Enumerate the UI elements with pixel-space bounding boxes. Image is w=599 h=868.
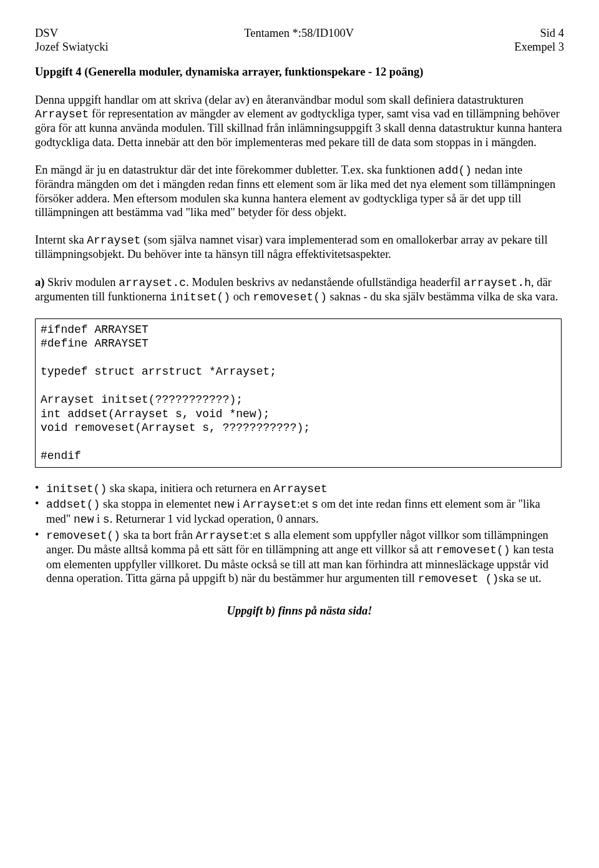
code-inline: Arrayset [273,483,327,495]
code-inline: initset() [170,291,230,303]
list-item: addset() ska stoppa in elementet new i A… [35,497,564,526]
code-inline: addset() [46,498,100,511]
code-inline: removeset () [418,573,499,585]
code-inline: Arrayset [35,108,89,121]
page-subheader: Jozef Swiatycki Exempel 3 [35,40,564,54]
text: och [230,290,253,303]
text: ska se ut. [499,572,541,584]
header-right-bottom: Exempel 3 [514,40,564,54]
text: ska stoppa in elementet [100,498,213,510]
subtask-label-a: a) [35,276,44,289]
text: :et [297,498,311,510]
paragraph-1: Denna uppgift handlar om att skriva (del… [35,93,564,149]
code-inline: arrayset.c [119,277,186,289]
code-inline: s [103,513,110,526]
page-header: DSV Tentamen *:58/ID100V Sid 4 [35,26,564,40]
text: för representation av mängder av element… [35,107,562,149]
text: En mängd är ju en datastruktur där det i… [35,164,438,176]
text: Internt ska [35,234,87,246]
paragraph-3: Internt ska Arrayset (som själva namnet … [35,233,564,262]
header-right-top: Sid 4 [540,26,564,40]
header-center-top: Tentamen *:58/ID100V [244,26,354,40]
code-inline: removeset() [46,530,120,542]
text: ska ta bort från [120,529,196,541]
code-inline: Arrayset [196,530,250,542]
paragraph-2: En mängd är ju en datastruktur där det i… [35,163,564,219]
text: i [234,498,243,510]
header-left-bottom: Jozef Swiatycki [35,40,109,54]
code-inline: arrayset.h [464,277,531,289]
header-left-top: DSV [35,26,58,40]
text: . Returnerar 1 vid lyckad operation, 0 a… [110,513,319,525]
code-block-header: #ifndef ARRAYSET #define ARRAYSET typede… [35,318,562,468]
text: ska skapa, initiera och returnera en [107,482,273,495]
text: saknas - du ska själv bestämma vilka de … [327,290,558,303]
text: . Modulen beskrivs av nedanstående ofull… [186,276,464,289]
code-inline: new [74,513,94,526]
code-inline: s [311,498,318,511]
task-title: Uppgift 4 (Generella moduler, dynamiska … [35,65,564,79]
continuation-note: Uppgift b) finns på nästa sida! [35,604,564,618]
bullet-list: initset() ska skapa, initiera och return… [35,481,564,586]
paragraph-4: a) Skriv modulen arrayset.c. Modulen bes… [35,275,564,305]
list-item: initset() ska skapa, initiera och return… [35,481,564,496]
code-inline: removeset() [436,544,510,556]
code-inline: removeset() [253,291,327,303]
code-inline: Arrayset [87,234,140,247]
code-inline: new [214,498,234,511]
code-inline: Arrayset [243,498,297,511]
code-inline: add() [438,164,472,177]
text: Denna uppgift handlar om att skriva (del… [35,94,524,106]
code-inline: s [264,530,271,542]
code-inline: initset() [46,483,107,495]
text: :et [250,529,264,541]
text: i [94,513,102,525]
list-item: removeset() ska ta bort från Arrayset:et… [35,528,564,586]
text: Skriv modulen [44,276,119,289]
